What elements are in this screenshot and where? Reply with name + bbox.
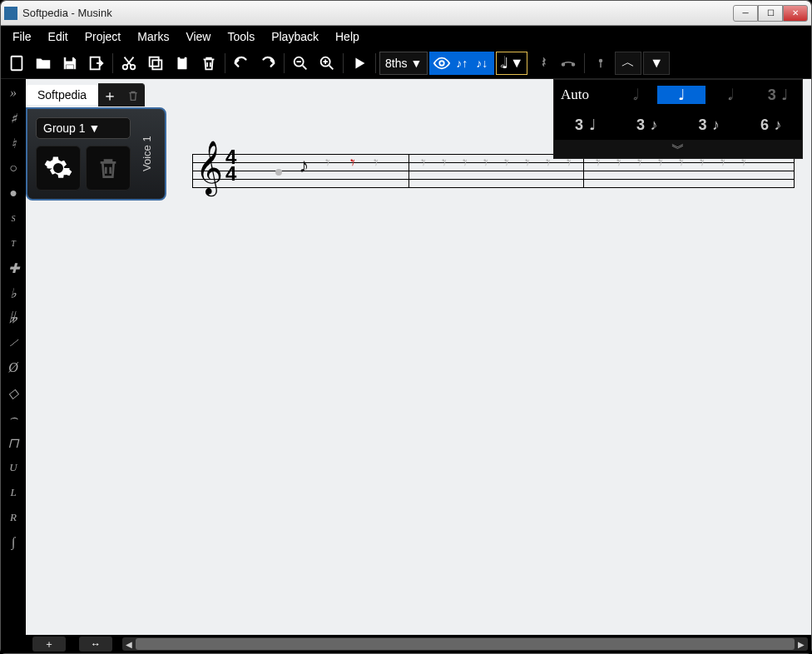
lh-button[interactable]: L xyxy=(2,482,24,503)
voice-settings-button[interactable] xyxy=(36,146,81,191)
harmonic-button[interactable]: ◇ xyxy=(2,382,24,404)
undo-button[interactable] xyxy=(229,51,254,76)
double-flat-button[interactable]: 𝄫 xyxy=(2,307,24,329)
ghost-note[interactable] xyxy=(275,169,282,176)
voice-panel-body: Group 1 ▼ xyxy=(26,107,166,201)
octave-up-button[interactable]: ︿ xyxy=(615,52,641,75)
paste-button[interactable] xyxy=(170,51,195,76)
note-division-select[interactable]: 8ths ▼ xyxy=(379,52,428,75)
note-quarter-option[interactable]: ♩ xyxy=(657,86,706,104)
view-notes-down-button[interactable]: ♪↓ xyxy=(473,53,491,73)
view-notes-up-button[interactable]: ♪↑ xyxy=(453,53,471,73)
group-label: Group 1 xyxy=(43,121,86,135)
export-button[interactable] xyxy=(84,51,109,76)
note-tuplet-option[interactable]: 3 ♩ xyxy=(554,116,616,134)
bracket-button[interactable]: ⊓ xyxy=(2,432,24,453)
menu-playback[interactable]: Playback xyxy=(263,27,327,46)
window-title: Softpedia - Musink xyxy=(22,7,733,19)
rh-button[interactable]: R xyxy=(2,507,24,528)
double-sharp-button[interactable]: ○ xyxy=(2,157,24,179)
note-dropdown-toggle[interactable]: ▼ xyxy=(510,56,523,71)
vertical-toolbar: » ♯ ♮ ○ ● S T ✚ ♭ 𝄫 ⟋ Ø ◇ ⌢ ⊓ U L R ∫ xyxy=(1,79,26,653)
add-measure-button[interactable]: ＋ xyxy=(32,637,66,652)
accent-button[interactable]: ● xyxy=(2,182,24,204)
maximize-button[interactable]: ☐ xyxy=(758,5,783,22)
note-tuplet-option[interactable]: 6 ♪ xyxy=(740,116,803,134)
bottom-bar: ＋ ↔ ◀ ▶ xyxy=(26,635,811,653)
grace-button[interactable]: ∫ xyxy=(2,532,24,553)
scroll-right-button[interactable]: ▶ xyxy=(795,637,808,651)
svg-point-12 xyxy=(572,63,575,66)
menu-tools[interactable]: Tools xyxy=(219,27,263,46)
time-sig-bottom: 4 xyxy=(225,166,236,182)
cut-button[interactable] xyxy=(116,51,141,76)
menu-marks[interactable]: Marks xyxy=(129,27,177,46)
more-dropdown[interactable]: ▼ xyxy=(643,52,670,75)
voice-tab[interactable]: Softpedia xyxy=(26,85,98,105)
copy-button[interactable] xyxy=(143,51,168,76)
note-tuplet-option[interactable]: 3 ♪ xyxy=(678,116,740,134)
note-auto-button[interactable]: Auto xyxy=(554,87,609,103)
close-button[interactable]: ✕ xyxy=(783,5,808,22)
voice-tabs: Softpedia ＋ xyxy=(26,82,166,107)
expand-button[interactable]: » xyxy=(2,82,24,104)
zoom-in-button[interactable] xyxy=(314,51,339,76)
svg-rect-6 xyxy=(178,57,187,69)
tremolo-button[interactable]: Ø xyxy=(2,357,24,379)
scroll-left-button[interactable]: ◀ xyxy=(122,637,136,651)
eighth-note[interactable]: ♪ xyxy=(299,154,309,177)
score-canvas[interactable]: Softpedia ＋ Group 1 ▼ xyxy=(26,79,811,635)
coda-button[interactable]: ✚ xyxy=(2,257,24,279)
note-tuplet-option[interactable]: 3 ♪ xyxy=(616,116,679,134)
staff-lines xyxy=(192,154,795,196)
menu-project[interactable]: Project xyxy=(77,27,130,46)
menu-file[interactable]: File xyxy=(4,27,40,46)
delete-voice-tab-button[interactable] xyxy=(121,83,145,107)
zoom-out-button[interactable] xyxy=(288,51,313,76)
horizontal-scrollbar[interactable]: ◀ ▶ xyxy=(122,637,808,651)
stem-down-button[interactable] xyxy=(588,51,613,76)
tie-button[interactable] xyxy=(556,51,581,76)
scrollbar-thumb[interactable] xyxy=(136,638,795,650)
menu-edit[interactable]: Edit xyxy=(40,27,77,46)
delete-button[interactable] xyxy=(196,51,221,76)
minimize-button[interactable]: ─ xyxy=(733,5,758,22)
view-mode-group: ♪↑ ♪↓ xyxy=(429,52,494,75)
rest-button[interactable]: 𝄽𝄽 xyxy=(529,51,554,76)
group-select[interactable]: Group 1 ▼ xyxy=(36,117,131,139)
treble-clef: 𝄞 xyxy=(196,141,223,195)
open-button[interactable] xyxy=(31,51,56,76)
note-value-group: 𝅗𝅥 ♩ ▼ xyxy=(496,52,527,75)
view-eye-button[interactable] xyxy=(433,53,451,73)
flat-button[interactable]: ♭ xyxy=(2,282,24,304)
note-quarter-button[interactable]: ♩ xyxy=(502,54,508,72)
menu-help[interactable]: Help xyxy=(327,27,368,46)
natural-button[interactable]: ♮ xyxy=(2,132,24,154)
slash-button[interactable]: ⟋ xyxy=(2,332,24,354)
chevron-down-icon: ▼ xyxy=(89,121,101,135)
upbow-button[interactable]: U xyxy=(2,457,24,478)
note-half-option[interactable]: 𝅗𝅥 xyxy=(609,87,657,104)
fit-width-button[interactable]: ↔ xyxy=(79,637,112,652)
add-voice-button[interactable]: ＋ xyxy=(98,83,121,107)
voice-delete-button[interactable] xyxy=(86,146,131,191)
menu-view[interactable]: View xyxy=(177,27,219,46)
note-triplet3-option[interactable]: 3 ♩ xyxy=(754,86,802,104)
dropdown-collapse-button[interactable]: ︾ xyxy=(554,140,802,158)
titlebar: Softpedia - Musink ─ ☐ ✕ xyxy=(1,1,811,26)
sforzando-button[interactable]: ⌢ xyxy=(2,407,24,429)
play-button[interactable] xyxy=(347,51,372,76)
svg-rect-0 xyxy=(12,56,22,70)
redo-button[interactable] xyxy=(255,51,280,76)
sharp-button[interactable]: ♯ xyxy=(2,107,24,129)
note-division-label: 8ths xyxy=(385,57,407,70)
save-button[interactable] xyxy=(57,51,82,76)
time-signature: 4 4 xyxy=(225,149,236,182)
note-dotted-option[interactable]: 𝅗𝅥. xyxy=(706,87,754,104)
menubar: File Edit Project Marks View Tools Playb… xyxy=(1,26,811,47)
svg-point-10 xyxy=(440,61,445,66)
voice-label: Voice 1 xyxy=(137,117,156,191)
new-button[interactable] xyxy=(4,51,29,76)
tempo-button[interactable]: T xyxy=(2,232,24,254)
fermata-button[interactable]: S xyxy=(2,207,24,229)
